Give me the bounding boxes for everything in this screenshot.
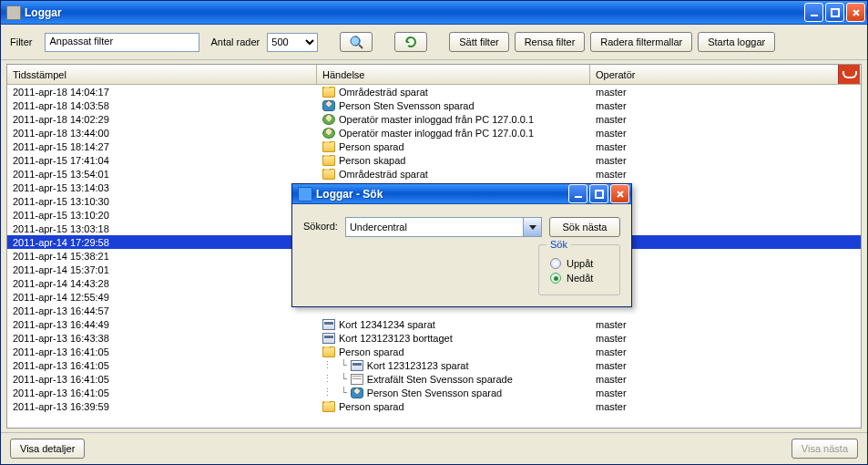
table-header: Tidsstämpel Händelse Operatör (7, 65, 861, 85)
cell-timestamp: 2011-apr-14 12:55:49 (7, 292, 317, 303)
column-header-event[interactable]: Händelse (317, 65, 590, 84)
cell-event: ⋮└Person Sten Svensson sparad (317, 387, 590, 398)
titlebar[interactable]: Loggar (1, 1, 867, 25)
cell-timestamp: 2011-apr-13 16:41:05 (7, 346, 317, 357)
table-row[interactable]: 2011-apr-13 16:44:49Kort 12341234 sparat… (7, 317, 861, 331)
table-row[interactable]: 2011-apr-15 17:41:04Person skapadmaster (7, 153, 861, 167)
cell-operator: master (590, 141, 838, 152)
table-row[interactable]: 2011-apr-15 13:54:01Områdesträd sparatma… (7, 167, 861, 181)
filter-text-input[interactable]: Anpassat filter (45, 33, 199, 52)
cell-event: ⋮└Extrafält Sten Svensson sparade (317, 373, 590, 385)
person-icon (322, 100, 335, 111)
window-close-button[interactable] (846, 3, 865, 22)
cell-event: Person sparad (317, 346, 590, 357)
column-header-operator[interactable]: Operatör (590, 65, 838, 84)
table-row[interactable]: 2011-apr-13 16:43:38Kort 123123123 bortt… (7, 331, 861, 345)
dialog-maximize-button[interactable] (589, 184, 608, 203)
clear-filter-button[interactable]: Rensa filter (515, 32, 586, 52)
search-keyword-combo[interactable] (345, 217, 542, 237)
event-text: Person sparad (339, 401, 404, 412)
user-icon (322, 114, 335, 125)
search-next-button[interactable]: Sök nästa (549, 217, 620, 237)
radio-up[interactable] (550, 258, 561, 269)
cell-timestamp: 2011-apr-18 13:44:00 (7, 128, 317, 139)
folder-icon (322, 141, 335, 152)
cell-event: Person Sten Svensson sparad (317, 100, 590, 111)
folder-icon (322, 346, 335, 357)
cell-operator: master (590, 401, 838, 412)
svg-rect-5 (596, 191, 603, 198)
folder-icon (322, 87, 335, 98)
window-minimize-button[interactable] (804, 3, 823, 22)
column-header-timestamp[interactable]: Tidsstämpel (7, 65, 317, 84)
cell-operator: master (590, 360, 838, 371)
card-icon (322, 319, 335, 330)
cell-event: Områdesträd sparat (317, 169, 590, 180)
event-text: Kort 12341234 sparat (339, 319, 435, 330)
cell-operator: master (590, 114, 838, 125)
cell-event: Kort 123123123 borttaget (317, 333, 590, 344)
cell-timestamp: 2011-apr-14 17:29:58 (7, 237, 317, 248)
event-text: Områdesträd sparat (339, 169, 428, 180)
cell-event: Person sparad (317, 401, 590, 412)
cell-timestamp: 2011-apr-18 14:03:58 (7, 100, 317, 111)
set-filter-button[interactable]: Sätt filter (449, 32, 508, 52)
table-row[interactable]: 2011-apr-13 16:41:05⋮└Person Sten Svenss… (7, 386, 861, 399)
table-row[interactable]: 2011-apr-18 14:02:29Operatör master inlo… (7, 112, 861, 126)
cell-operator: master (590, 346, 838, 357)
radio-down-label: Nedåt (567, 273, 593, 284)
search-keyword-label: Sökord: (303, 217, 338, 232)
cell-timestamp: 2011-apr-13 16:41:05 (7, 360, 317, 371)
cell-operator: master (590, 155, 838, 166)
cell-operator: master (590, 333, 838, 344)
cell-timestamp: 2011-apr-13 16:44:49 (7, 319, 317, 330)
radio-up-row[interactable]: Uppåt (550, 258, 608, 269)
dialog-close-button[interactable] (610, 184, 629, 203)
chevron-down-icon[interactable] (523, 218, 541, 236)
app-icon (6, 5, 21, 20)
table-row[interactable]: 2011-apr-13 16:41:05⋮└Extrafält Sten Sve… (7, 372, 861, 386)
cell-timestamp: 2011-apr-18 14:02:29 (7, 114, 317, 125)
cell-timestamp: 2011-apr-13 16:39:59 (7, 401, 317, 412)
start-logs-button[interactable]: Starta loggar (698, 32, 775, 52)
table-row[interactable]: 2011-apr-15 18:14:27Person sparadmaster (7, 140, 861, 153)
radio-down-row[interactable]: Nedåt (550, 273, 608, 284)
dialog-icon (298, 187, 312, 202)
radio-down[interactable] (550, 273, 561, 284)
show-next-button[interactable]: Visa nästa (791, 439, 858, 459)
folder-icon (322, 401, 335, 412)
cell-operator: master (590, 169, 838, 180)
rowcount-select[interactable]: 500 (267, 33, 318, 52)
column-header-end-icon[interactable] (838, 65, 860, 84)
refresh-icon-button[interactable] (394, 32, 427, 52)
dialog-minimize-button[interactable] (568, 184, 587, 203)
table-row[interactable]: 2011-apr-13 16:41:05Person sparadmaster (7, 345, 861, 358)
search-keyword-input[interactable] (346, 218, 523, 236)
table-row[interactable]: 2011-apr-13 16:39:59Person sparadmaster (7, 399, 861, 413)
doc-icon (351, 374, 363, 385)
window-title: Loggar (25, 6, 804, 19)
cell-event: Områdesträd sparat (317, 87, 590, 98)
search-icon-button[interactable] (340, 32, 373, 52)
delete-filter-templates-button[interactable]: Radera filtermallar (590, 32, 692, 52)
search-dialog[interactable]: Loggar - Sök Sökord: Sök nästa Sök Uppåt (291, 183, 632, 307)
table-row[interactable]: 2011-apr-13 16:41:05⋮└Kort 123123123 spa… (7, 358, 861, 372)
event-text: Person sparad (339, 141, 404, 152)
cell-operator: master (590, 374, 838, 385)
user-icon (322, 128, 335, 139)
radio-up-label: Uppåt (567, 258, 593, 269)
cell-event: ⋮└Kort 123123123 sparat (317, 359, 590, 371)
rowcount-label: Antal rader (210, 36, 260, 47)
card-icon (322, 333, 335, 344)
dialog-title: Loggar - Sök (316, 188, 568, 201)
window-maximize-button[interactable] (825, 3, 844, 22)
dialog-titlebar[interactable]: Loggar - Sök (292, 184, 631, 204)
show-details-button[interactable]: Visa detaljer (10, 439, 85, 459)
table-row[interactable]: 2011-apr-18 14:03:58Person Sten Svensson… (7, 98, 861, 112)
svg-line-3 (359, 45, 363, 48)
cell-timestamp: 2011-apr-13 16:44:57 (7, 305, 317, 316)
event-text: Person sparad (339, 346, 404, 357)
table-row[interactable]: 2011-apr-18 13:44:00Operatör master inlo… (7, 126, 861, 140)
table-row[interactable]: 2011-apr-18 14:04:17Områdesträd sparatma… (7, 85, 861, 98)
cell-timestamp: 2011-apr-18 14:04:17 (7, 87, 317, 98)
